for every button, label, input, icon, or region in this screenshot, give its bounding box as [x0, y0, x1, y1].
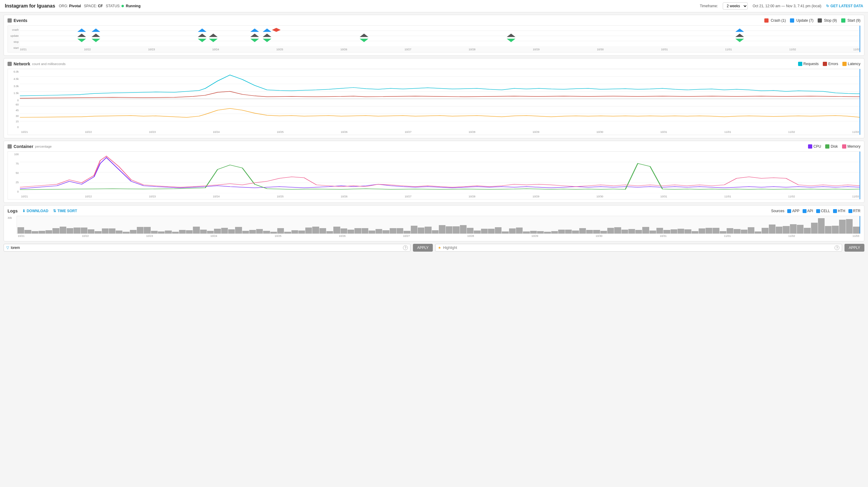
- hist-bar: [537, 231, 544, 234]
- hist-bar: [614, 227, 621, 234]
- hist-bar: [299, 231, 305, 234]
- hist-bar: [776, 226, 782, 234]
- highlight-help-button[interactable]: ?: [835, 245, 839, 250]
- svg-marker-7: [198, 28, 207, 32]
- legend-update: Update (7): [790, 19, 813, 23]
- svg-marker-22: [198, 38, 207, 42]
- network-title: Network count and milliseconds: [7, 61, 66, 66]
- source-hth[interactable]: HTH: [833, 209, 845, 213]
- space-label: SPACE: CF: [84, 4, 103, 8]
- hist-bar: [642, 227, 649, 234]
- hist-bar: [593, 230, 600, 234]
- crash-checkbox[interactable]: [764, 19, 769, 23]
- hist-bar: [73, 227, 80, 234]
- events-legend: Crash (1) Update (7) Stop (9) Start (9): [764, 19, 861, 23]
- hist-bar: [853, 226, 860, 234]
- hist-bar: [382, 230, 389, 234]
- status-dot: [121, 5, 124, 7]
- hist-bar: [509, 229, 516, 234]
- hist-bar: [369, 231, 375, 234]
- network-header: Network count and milliseconds Requests …: [7, 61, 861, 66]
- legend-cpu: CPU: [808, 144, 821, 149]
- filter-bar: ▽ ? APPLY ★ ? APPLY: [0, 244, 868, 254]
- svg-marker-5: [78, 28, 86, 32]
- source-app[interactable]: APP: [787, 209, 799, 213]
- get-latest-button[interactable]: ↻ GET LATEST DATA: [826, 4, 863, 8]
- hist-bar: [797, 225, 804, 234]
- container-plot: [20, 152, 860, 193]
- hist-bar: [755, 232, 761, 234]
- events-section: Events Crash (1) Update (7) Stop (9) Sta…: [4, 15, 864, 56]
- hist-bar: [460, 225, 467, 234]
- svg-marker-28: [735, 38, 744, 42]
- hist-bar: [123, 232, 129, 234]
- svg-marker-19: [735, 33, 744, 37]
- hist-bar: [432, 230, 438, 234]
- header-right: Timeframe: 2 weeks 1 week 1 day Oct 21, …: [700, 2, 863, 10]
- hist-bar: [495, 227, 501, 234]
- timeframe-select[interactable]: 2 weeks 1 week 1 day: [723, 2, 748, 10]
- time-sort-button[interactable]: ⇅ TIME SORT: [53, 209, 77, 213]
- svg-marker-18: [507, 33, 516, 37]
- update-checkbox[interactable]: [790, 19, 794, 23]
- hist-bar: [270, 232, 277, 234]
- hist-bar: [734, 229, 740, 234]
- hist-bar: [130, 230, 136, 234]
- hist-bar: [411, 226, 417, 234]
- hist-bar: [650, 231, 656, 234]
- hist-bar: [712, 228, 719, 234]
- events-icon: [7, 19, 12, 23]
- hist-bar: [207, 231, 214, 234]
- hist-bar: [354, 228, 361, 234]
- source-api[interactable]: API: [803, 209, 813, 213]
- hist-bar: [839, 220, 846, 234]
- hist-bar: [341, 229, 347, 234]
- stop-checkbox[interactable]: [818, 19, 822, 23]
- logs-histogram: [17, 216, 861, 234]
- hist-bar: [151, 231, 158, 234]
- hist-bar: [474, 231, 480, 234]
- source-cell[interactable]: CELL: [816, 209, 830, 213]
- hist-bar: [607, 228, 614, 234]
- hist-bar: [186, 230, 193, 234]
- hist-bar: [200, 230, 207, 234]
- filter-funnel-icon: ▽: [6, 246, 9, 250]
- svg-marker-16: [263, 33, 272, 37]
- logs-x-labels: 10/21 10/22 10/23 10/24 10/25 10/26 10/2…: [17, 234, 861, 238]
- legend-errors: Errors: [823, 62, 838, 66]
- svg-marker-17: [360, 33, 369, 37]
- hist-bar: [228, 229, 235, 234]
- hist-bar: [586, 230, 593, 234]
- network-plot: [20, 69, 860, 129]
- filter-help-button[interactable]: ?: [403, 245, 408, 250]
- hist-bar: [221, 228, 228, 234]
- legend-stop: Stop (9): [818, 19, 837, 23]
- highlight-apply-button[interactable]: APPLY: [844, 244, 864, 252]
- hist-bar: [347, 230, 354, 234]
- svg-rect-0: [8, 19, 11, 22]
- hist-bar: [663, 230, 670, 234]
- hist-bar: [24, 230, 31, 234]
- svg-marker-8: [250, 28, 259, 32]
- container-x-labels: 10/21 10/22 10/23 10/24 10/25 10/26 10/2…: [20, 194, 860, 199]
- hist-bar: [116, 231, 122, 234]
- hist-bar: [832, 226, 838, 234]
- hist-bar: [291, 230, 298, 234]
- svg-marker-4: [272, 28, 281, 32]
- hist-bar: [446, 226, 453, 234]
- filter-apply-button[interactable]: APPLY: [413, 244, 433, 252]
- source-rtr[interactable]: RTR: [848, 209, 861, 213]
- highlight-input[interactable]: [443, 246, 833, 250]
- filter-input[interactable]: [11, 246, 401, 250]
- events-right-line: [860, 26, 860, 52]
- network-icon: [7, 62, 12, 66]
- download-button[interactable]: ⬇ DOWNLOAD: [22, 209, 48, 213]
- start-checkbox[interactable]: [841, 19, 845, 23]
- svg-marker-20: [78, 38, 86, 42]
- svg-marker-23: [209, 38, 218, 42]
- hist-bar: [804, 228, 810, 234]
- legend-latency: Latency: [842, 62, 861, 66]
- hist-bar: [579, 228, 586, 234]
- hist-bar: [390, 228, 396, 234]
- hist-bar: [467, 228, 473, 234]
